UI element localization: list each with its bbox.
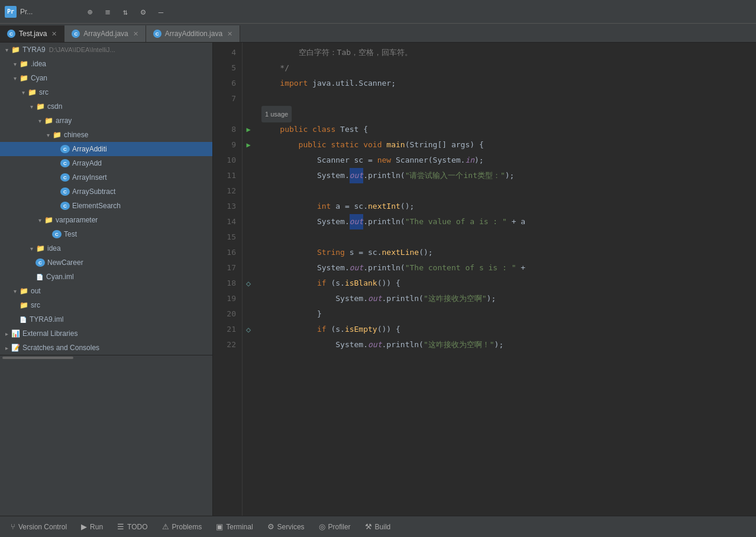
gutter-item <box>243 91 254 106</box>
tree-item-newcareer[interactable]: C NewCareer <box>0 255 212 270</box>
code-line-20: } <box>254 306 756 322</box>
bottom-tab-problems[interactable]: ⚠ Problems <box>156 520 208 533</box>
tree-item-out[interactable]: 📁 out <box>0 284 212 298</box>
tree-item-src2[interactable]: 📁 src <box>0 298 212 312</box>
code-token: "这咋接收为空啊！" <box>424 337 495 352</box>
tree-item-src[interactable]: 📁 src <box>0 85 212 99</box>
app-icon: Pr <box>5 6 17 18</box>
tree-item-arraysubtract[interactable]: C ArraySubtract <box>0 185 212 199</box>
code-token: + a <box>507 214 525 229</box>
tree-item-elementsearch[interactable]: C ElementSearch <box>0 199 212 213</box>
tree-item-idea[interactable]: 📁 idea <box>0 241 212 255</box>
add-icon[interactable]: ⊕ <box>83 5 97 19</box>
tree-item-array[interactable]: 📁 array <box>0 114 212 128</box>
code-token: nextLine <box>382 245 419 260</box>
tree-item-tyra9-iml[interactable]: 📄 TYRA9.iml <box>0 312 212 326</box>
run-arrow-icon[interactable]: ▶ <box>243 137 254 153</box>
code-token: public <box>261 137 331 153</box>
tab-arrayadd-java[interactable]: C ArrayAdd.java ✕ <box>64 25 146 42</box>
tree-arrow <box>11 74 19 82</box>
code-token: System. <box>261 214 350 229</box>
tree-item-arrayadditon[interactable]: C ArrayAdditi <box>0 142 212 156</box>
editor-area[interactable]: 4 5 6 7 8 9 10 11 12 13 14 15 16 17 18 1… <box>213 43 756 516</box>
bottom-tab-build[interactable]: ⚒ Build <box>359 520 397 533</box>
tree-item-idea-dot[interactable]: 📁 .idea <box>0 57 212 71</box>
code-line-18: if (s.isBlank()) { <box>254 276 756 291</box>
tree-item-external-libraries[interactable]: 📊 External Libraries <box>0 326 212 341</box>
gutter-item <box>243 153 254 168</box>
tree-arrow <box>52 173 60 182</box>
library-icon: 📊 <box>11 329 20 338</box>
tab-java-icon-3: C <box>153 30 161 38</box>
bottom-tab-terminal[interactable]: ▣ Terminal <box>210 520 259 533</box>
java-file-icon: C <box>60 173 70 182</box>
code-line-15 <box>254 229 756 245</box>
code-token: 空白字符：Tab，空格，回车符。 <box>261 45 412 60</box>
tab-close-button-2[interactable]: ✕ <box>133 30 138 38</box>
tab-arrayaddition-java[interactable]: C ArrayAddition.java ✕ <box>146 25 240 42</box>
code-token: static <box>331 137 363 153</box>
folder-icon-orange: 📁 <box>19 287 28 295</box>
gutter-item <box>243 291 254 306</box>
bottom-tab-run[interactable]: ▶ Run <box>75 520 109 533</box>
tree-label: TYRA9 <box>22 46 46 54</box>
tab-java-icon: C <box>7 30 15 38</box>
tab-test-java[interactable]: C Test.java ✕ <box>0 25 64 42</box>
fold-icon[interactable]: ◇ <box>243 322 254 337</box>
split-icon[interactable]: ⇅ <box>118 5 133 19</box>
gutter-item <box>243 214 254 229</box>
bottom-tab-profiler[interactable]: ◎ Profiler <box>313 520 357 533</box>
iml-file-icon-2: 📄 <box>19 315 27 324</box>
tree-item-arrayinsert[interactable]: C ArrayInsert <box>0 170 212 185</box>
code-token: } <box>261 306 322 322</box>
code-token: */ <box>261 60 289 76</box>
fold-icon[interactable]: ◇ <box>243 276 254 291</box>
tree-label: array <box>56 117 72 125</box>
bottom-tab-todo[interactable]: ☰ TODO <box>111 520 153 533</box>
tree-item-tyra9[interactable]: 📁 TYRA9 D:\JAVA\IDEA\IntelliJ... <box>0 43 212 57</box>
sidebar[interactable]: 📁 TYRA9 D:\JAVA\IDEA\IntelliJ... 📁 .idea… <box>0 43 213 516</box>
toolbar-icons: ⊕ ≡ ⇅ ⚙ — <box>83 5 168 19</box>
tree-label: ArrayAdditi <box>72 145 107 153</box>
minimize-icon[interactable]: — <box>154 5 168 19</box>
tree-item-chinese[interactable]: 📁 chinese <box>0 128 212 142</box>
tree-item-arrayadd[interactable]: C ArrayAdd <box>0 156 212 170</box>
tree-item-cyan[interactable]: 📁 Cyan <box>0 71 212 85</box>
tree-item-cyan-iml[interactable]: 📄 Cyan.iml <box>0 270 212 284</box>
code-token: (s. <box>331 276 344 291</box>
list-icon[interactable]: ≡ <box>101 5 115 19</box>
bottom-tab-version-control[interactable]: ⑂ Version Control <box>5 520 73 533</box>
tree-arrow <box>27 102 35 111</box>
code-token: ()) { <box>377 276 400 291</box>
code-token: (s. <box>331 322 344 337</box>
profiler-icon: ◎ <box>319 522 325 531</box>
tree-arrow <box>52 145 60 153</box>
tree-label: NewCareer <box>47 258 83 267</box>
folder-icon: 📁 <box>52 131 62 139</box>
tree-item-test[interactable]: C Test <box>0 227 212 241</box>
bottom-tab-services[interactable]: ⚙ Services <box>261 520 311 533</box>
tree-item-csdn[interactable]: 📁 csdn <box>0 99 212 114</box>
tree-path: D:\JAVA\IDEA\IntelliJ... <box>49 46 115 53</box>
bottom-tab-label: Problems <box>172 523 202 531</box>
tree-label: Scratches and Consoles <box>22 344 99 352</box>
tab-close-button[interactable]: ✕ <box>51 30 57 38</box>
code-token: (String[] args) { <box>405 137 484 153</box>
sidebar-scrollbar[interactable] <box>0 355 212 360</box>
tree-item-scratches[interactable]: 📝 Scratches and Consoles <box>0 341 212 355</box>
code-token: System. <box>261 260 350 276</box>
run-arrow-icon[interactable]: ▶ <box>243 122 254 137</box>
gutter-item <box>243 106 254 122</box>
tree-arrow <box>44 131 52 139</box>
folder-icon: 📁 <box>44 117 53 125</box>
tree-label: Test <box>64 230 77 238</box>
java-file-icon: C <box>35 258 45 267</box>
tree-arrow <box>27 244 35 253</box>
code-token: .println( <box>363 260 405 276</box>
tab-label-3: ArrayAddition.java <box>165 30 222 38</box>
tree-item-varparameter[interactable]: 📁 varparameter <box>0 213 212 227</box>
tab-close-button-3[interactable]: ✕ <box>227 30 232 38</box>
tree-arrow <box>44 230 52 238</box>
settings-icon[interactable]: ⚙ <box>136 5 150 19</box>
tree-label: varparameter <box>56 216 98 224</box>
